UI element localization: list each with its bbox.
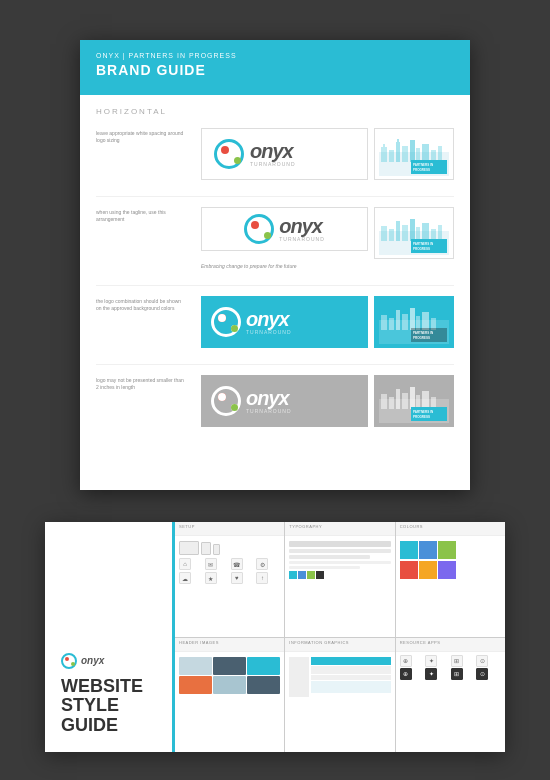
mini-main <box>311 657 390 697</box>
page-header-setup: Setup <box>175 522 284 536</box>
logo-box-tagline: onyx TURNAROUND <box>201 207 368 251</box>
color-swatch-green <box>438 541 456 559</box>
style-guide-document: onyx WEBSITE STYLE GUIDE Setup ⌂ ✉ ☎ ⚙ <box>45 522 505 752</box>
svg-rect-4 <box>396 142 400 162</box>
svg-rect-21 <box>416 227 420 241</box>
logo-tagline-1: TURNAROUND <box>250 161 296 167</box>
svg-rect-5 <box>397 139 399 142</box>
svg-rect-29 <box>381 315 387 330</box>
svg-rect-35 <box>422 312 429 330</box>
mini-logo-rows <box>289 541 390 579</box>
mini-color-3 <box>307 571 315 579</box>
logos-col-1: onyx TURNAROUND <box>201 128 454 180</box>
logo-circle-2 <box>244 214 274 244</box>
logo-circle-1 <box>214 139 244 169</box>
mini-icon-4: ⚙ <box>256 558 268 570</box>
svg-rect-7 <box>410 140 415 162</box>
page-content-colours <box>396 536 505 584</box>
tagline-caption: Embracing change to prepare for the futu… <box>201 263 454 269</box>
mini-icon-grid-setup: ⌂ ✉ ☎ ⚙ ☁ ★ ♥ ↑ <box>179 558 280 584</box>
logo-row-1: leave appropriate white spacing around l… <box>96 128 454 180</box>
svg-rect-41 <box>381 394 387 409</box>
svg-rect-19 <box>402 225 408 241</box>
page-content-typography <box>285 536 394 584</box>
style-guide-cover: onyx WEBSITE STYLE GUIDE <box>45 522 175 752</box>
mini-dark-icon-1: ⊕ <box>400 655 412 667</box>
mini-color-indicators <box>289 571 390 579</box>
mini-block-4 <box>311 681 390 693</box>
svg-rect-34 <box>416 316 420 330</box>
svg-text:PROGRESS: PROGRESS <box>413 247 430 251</box>
mini-dark-icons: ⊕ ✦ ⊞ ⊙ ⊕ ✦ ⊞ ⊙ <box>400 655 501 680</box>
page-content-resource-apps: ⊕ ✦ ⊞ ⊙ ⊕ ✦ ⊞ ⊙ <box>396 652 505 683</box>
annotation-col-4: logo may not be presented smaller than 2… <box>96 375 191 391</box>
mini-icon-6: ★ <box>205 572 217 584</box>
mini-block-2 <box>311 666 390 674</box>
divider-1 <box>96 196 454 197</box>
mini-color-1 <box>289 571 297 579</box>
svg-rect-6 <box>402 146 408 162</box>
mini-sidebar <box>289 657 309 697</box>
brand-guide-body: HORIZONTAL leave appropriate white spaci… <box>80 95 470 445</box>
mini-img-1 <box>179 657 212 675</box>
divider-3 <box>96 364 454 365</box>
mini-dark-icon-6: ✦ <box>425 668 437 680</box>
brand-guide-header: ONYX | PARTNERS IN PROGRESS BRAND GUIDE <box>80 40 470 95</box>
cover-title-line1: WEBSITE <box>61 676 143 696</box>
logo-text-group-1: onyx TURNAROUND <box>250 141 296 167</box>
mini-icon-8: ↑ <box>256 572 268 584</box>
cover-logo-circle <box>61 653 77 669</box>
logos-col-4: onyx TURNAROUND <box>201 375 454 427</box>
mini-logo-list <box>289 541 390 579</box>
logo-wordmark-gray: onyx <box>246 388 292 408</box>
mini-phone <box>213 544 220 555</box>
svg-rect-3 <box>389 150 394 162</box>
page-header-resource-apps: Resource Apps <box>396 638 505 652</box>
svg-text:PARTNERS IN: PARTNERS IN <box>413 242 433 246</box>
logo-box-white-1: onyx TURNAROUND <box>201 128 368 180</box>
page-content-header-images <box>175 652 284 699</box>
mini-monitor <box>179 541 199 555</box>
brand-guide-subtitle: ONYX | PARTNERS IN PROGRESS <box>96 52 454 59</box>
page-header-colours: Colours <box>396 522 505 536</box>
logos-col-3: onyx TURNAROUND <box>201 296 454 348</box>
logo-row-4: logo may not be presented smaller than 2… <box>96 375 454 427</box>
pip-illustration-gray: PARTNERS IN PROGRESS <box>374 375 454 427</box>
page-header-info-graphics: Information Graphics <box>285 638 394 652</box>
svg-text:PARTNERS IN: PARTNERS IN <box>413 331 433 335</box>
pip-svg-gray: PARTNERS IN PROGRESS <box>379 379 449 423</box>
mini-color-4 <box>316 571 324 579</box>
svg-rect-47 <box>422 391 429 409</box>
color-swatch-purple <box>438 561 456 579</box>
mini-dark-icon-8: ⊙ <box>476 668 488 680</box>
annotation-col-3: the logo combination should be shown on … <box>96 296 191 312</box>
cover-logo-text: onyx <box>81 655 104 666</box>
brand-guide-title: BRAND GUIDE <box>96 62 454 78</box>
logo-row-3: the logo combination should be shown on … <box>96 296 454 348</box>
mini-image-grid <box>179 657 280 694</box>
svg-rect-2 <box>383 144 385 147</box>
mini-devices <box>179 541 280 555</box>
svg-rect-24 <box>438 225 442 241</box>
mini-dark-icon-5: ⊕ <box>400 668 412 680</box>
mini-tablet <box>201 542 211 555</box>
mini-colors-secondary <box>400 561 501 579</box>
logos-col-2: onyx TURNAROUND <box>201 207 454 269</box>
mini-dark-icon-4: ⊙ <box>476 655 488 667</box>
mini-dark-icon-7: ⊞ <box>451 668 463 680</box>
pip-svg-1: PARTNERS IN PROGRESS <box>379 132 449 176</box>
logo-circle-gray <box>211 386 241 416</box>
mini-bar-2 <box>289 549 390 553</box>
mini-img-5 <box>213 676 246 694</box>
logo-wordmark-1: onyx <box>250 141 296 161</box>
divider-2 <box>96 285 454 286</box>
logo-text-gray: onyx TURNAROUND <box>246 388 292 414</box>
svg-rect-32 <box>402 314 408 330</box>
svg-text:PROGRESS: PROGRESS <box>413 415 430 419</box>
page-thumb-info-graphics: Information Graphics <box>285 638 394 753</box>
pip-illustration-1: PARTNERS IN PROGRESS <box>374 128 454 180</box>
svg-rect-18 <box>396 221 400 241</box>
page-thumb-typography: Typography <box>285 522 394 637</box>
color-swatch-teal <box>400 541 418 559</box>
mini-dark-icon-2: ✦ <box>425 655 437 667</box>
